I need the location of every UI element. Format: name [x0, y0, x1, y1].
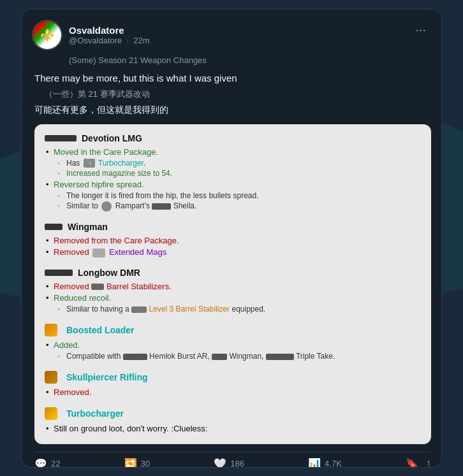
boosted-sub-1: Compatible with Hemlok Burst AR, Wingman…	[54, 352, 421, 361]
turbo-bullets: Still on ground loot, don't worry. :Clue…	[45, 424, 421, 433]
weapon-section-wingman: Wingman Removed from the Care Package. R…	[45, 222, 421, 257]
tweet-subtitle: (Some) Season 21 Weapon Changes	[32, 55, 431, 65]
reply-icon: 💬	[34, 458, 47, 468]
weapon-header-devotion: Devotion LMG	[45, 133, 421, 143]
turbo-text: Still on ground loot, don't worry. :Clue…	[54, 424, 207, 433]
longbow-bullets: Removed Barrel Stabilizers. Reduced reco…	[45, 282, 421, 314]
devotion-sub-2: Increased magazine size to 54.	[54, 169, 421, 178]
reply-count: 22	[51, 459, 60, 468]
wingman-gun-icon	[45, 224, 62, 230]
recoil-subbullets: Similar to having a Level 3 Barrel Stabi…	[54, 305, 421, 314]
wingman-name: Wingman	[68, 222, 108, 232]
wingman-mags-text: Removed	[54, 247, 91, 257]
skull-bullets: Removed.	[45, 387, 421, 397]
tweet-text-en: There may be more, but this is what I wa…	[34, 71, 431, 86]
views-action[interactable]: 📊 4.7K	[308, 458, 342, 468]
wingman-small-icon	[212, 354, 227, 360]
triple-take-icon	[266, 354, 294, 360]
wingman-bullet-1: Removed from the Care Package.	[45, 236, 421, 245]
weapon-section-devotion: Devotion LMG Moved in the Care Package. …	[45, 133, 421, 212]
skull-removed-text: Removed.	[54, 387, 91, 397]
longbow-gun-icon	[45, 270, 73, 276]
weapon-section-boosted: Boosted Loader Added. Compatible with He…	[45, 324, 421, 361]
post-time: 22m	[133, 36, 149, 45]
action-right: 🔖 ↑	[406, 458, 431, 468]
retweet-action[interactable]: 🔁 30	[124, 458, 150, 468]
weapon-section-longbow: Longbow DMR Removed Barrel Stabilizers. …	[45, 268, 421, 314]
content-card: Devotion LMG Moved in the Care Package. …	[34, 124, 431, 444]
retweet-icon: 🔁	[124, 458, 137, 468]
avatar[interactable]: ⚜️	[32, 20, 62, 50]
weapon-section-turbo: Turbocharger Still on ground loot, don't…	[45, 407, 421, 433]
skull-bullet-1: Removed.	[45, 387, 421, 397]
wingman-bullet-2: Removed Extended Mags	[45, 247, 421, 257]
weapon-header-boosted: Boosted Loader	[45, 324, 421, 336]
share-icon: ↑	[426, 458, 431, 467]
barrel-stab-label: Barrel Stabilizers.	[107, 282, 172, 291]
devotion-bullet-1: Moved in the Care Package. Has 🔧 Turboch…	[45, 147, 421, 178]
handle[interactable]: @Osvaldatore	[69, 36, 122, 45]
tweet-text-cn: 可能还有更多，但这就是我得到的	[34, 103, 431, 117]
tweet-text-bracket: （一些）第 21 赛季武器改动	[34, 88, 431, 101]
skullpiercer-name: Skullpiercer Rifling	[66, 372, 148, 382]
magazine-size-text: Increased magazine size to 54.	[66, 169, 172, 178]
boosted-bullets: Added. Compatible with Hemlok Burst AR, …	[45, 340, 421, 361]
recoil-sub-1: Similar to having a Level 3 Barrel Stabi…	[54, 305, 421, 314]
extended-mags-icon	[92, 249, 105, 257]
boosted-subbullets: Compatible with Hemlok Burst AR, Wingman…	[54, 352, 421, 361]
longbow-name: Longbow DMR	[78, 268, 140, 278]
views-icon: 📊	[308, 458, 321, 468]
weapon-header-longbow: Longbow DMR	[45, 268, 421, 278]
devotion-name: Devotion LMG	[82, 133, 142, 143]
devotion-bullet-2: Reversed hipfire spread. The longer it i…	[45, 180, 421, 212]
hipfire-sub-1: The longer it is fired from the hip, the…	[54, 191, 421, 200]
turbocharger-text: Turbocharger	[98, 159, 143, 168]
turbocharger-name: Turbocharger	[66, 408, 124, 419]
turbo-bullet-1: Still on ground loot, don't worry. :Clue…	[45, 424, 421, 433]
extended-mags-label: Extended Mags	[109, 247, 166, 257]
devotion-bullet-1-text: Moved in the Care Package.	[54, 147, 158, 157]
bookmark-icon: 🔖	[406, 458, 418, 468]
longbow-barrel-text: Removed	[54, 282, 91, 291]
turbocharger-section-icon	[45, 407, 57, 420]
rampart-icon	[101, 201, 112, 212]
devotion-subbullets: Has 🔧 Turbocharger. Increased magazine s…	[54, 159, 421, 178]
wingman-bullets: Removed from the Care Package. Removed E…	[45, 236, 421, 257]
reply-action[interactable]: 💬 22	[34, 458, 60, 468]
hipfire-sub-2: Similar to Rampart's Sheila.	[54, 201, 421, 212]
retweet-count: 30	[141, 459, 150, 468]
wingman-care-text: Removed from the Care Package.	[54, 236, 179, 245]
barrel-stab-icon	[91, 284, 104, 290]
display-name[interactable]: Osvaldatore	[69, 25, 150, 36]
user-info: Osvaldatore @Osvaldatore · 22m	[69, 25, 150, 45]
views-count: 4.7K	[325, 459, 342, 468]
longbow-bullet-2: Reduced recoil. Similar to having a Leve…	[45, 293, 421, 314]
boosted-loader-icon	[45, 324, 57, 336]
tweet-header-left: ⚜️ Osvaldatore @Osvaldatore · 22m	[32, 20, 150, 50]
boosted-bullet-1: Added. Compatible with Hemlok Burst AR, …	[45, 340, 421, 361]
tweet-header: ⚜️ Osvaldatore @Osvaldatore · 22m ···	[32, 20, 431, 50]
bookmark-action[interactable]: 🔖	[406, 458, 418, 468]
like-icon: 🤍	[214, 458, 226, 468]
share-action[interactable]: ↑	[426, 458, 431, 468]
hipfire-text: Reversed hipfire spread.	[54, 180, 144, 189]
boosted-loader-name: Boosted Loader	[66, 325, 135, 335]
hipfire-subbullets: The longer it is fired from the hip, the…	[54, 191, 421, 212]
level3-barrel-text: Level 3 Barrel Stabilizer	[149, 305, 230, 314]
weapon-header-turbo: Turbocharger	[45, 407, 421, 420]
sheila-icon	[152, 203, 171, 210]
like-action[interactable]: 🤍 186	[214, 458, 244, 468]
more-button[interactable]: ···	[410, 20, 431, 40]
hemlok-icon	[123, 354, 147, 360]
tweet-card: ⚜️ Osvaldatore @Osvaldatore · 22m ··· (S…	[21, 9, 442, 468]
weapon-header-skull: Skullpiercer Rifling	[45, 371, 421, 384]
skullpiercer-icon	[45, 371, 57, 384]
devotion-sub-1: Has 🔧 Turbocharger.	[54, 159, 421, 168]
devotion-gun-icon	[45, 135, 77, 141]
tweet-actions: 💬 22 🔁 30 🤍 186 📊 4.7K 🔖 ↑	[34, 452, 431, 468]
longbow-bullet-1: Removed Barrel Stabilizers.	[45, 282, 421, 291]
weapon-header-wingman: Wingman	[45, 222, 421, 232]
like-count: 186	[230, 459, 244, 468]
username-time: @Osvaldatore · 22m	[69, 36, 150, 45]
reduced-recoil-text: Reduced recoil.	[54, 293, 111, 303]
